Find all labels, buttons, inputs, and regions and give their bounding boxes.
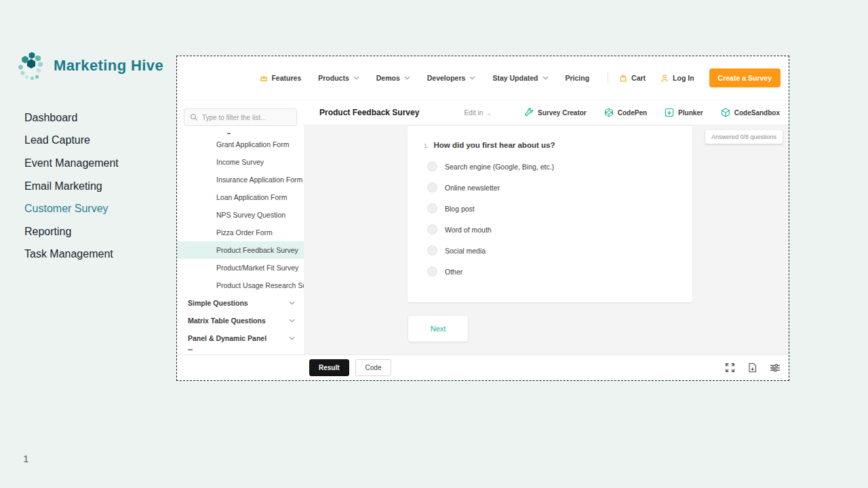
result-tab-button[interactable]: Result [309, 359, 349, 376]
question-panel: 1. How did you first hear about us? Sear… [408, 126, 692, 302]
list-item-nps-survey-question[interactable]: NPS Survey Question [177, 206, 304, 224]
list-item-product-usage-research-survey[interactable]: Product Usage Research Survey [177, 277, 304, 294]
next-button[interactable]: Next [408, 316, 468, 342]
list-item-loan-application-form[interactable]: Loan Application Form [177, 188, 304, 206]
radio-option-online-newsletter[interactable]: Online newsletter [427, 177, 676, 198]
nav-link-features[interactable]: Features [260, 74, 301, 82]
editor-link-label: CodePen [618, 109, 647, 117]
brand-name: Marketing Hive [54, 57, 163, 75]
editor-link-label: Plunker [678, 109, 703, 117]
sidebar-item-reporting[interactable]: Reporting [24, 220, 119, 243]
radio-circle[interactable] [427, 224, 437, 235]
login-button[interactable]: Log In [660, 74, 694, 83]
radio-option-social-media[interactable]: Social media [427, 240, 676, 261]
sidebar-item-email-marketing[interactable]: Email Marketing [24, 175, 119, 198]
nav-link-label: Pricing [566, 74, 590, 82]
editor-link-survey-creator[interactable]: Survey Creator [524, 108, 587, 117]
nav-link-developers[interactable]: Developers [427, 74, 476, 82]
nav-link-label: Demos [376, 74, 400, 82]
code-tab-button[interactable]: Code [355, 359, 392, 376]
radio-option-label: Online newsletter [445, 184, 500, 192]
category-label: Panel & Dynamic Panel [188, 334, 267, 342]
radio-option-blog-post[interactable]: Blog post [427, 198, 676, 219]
filter-input[interactable] [202, 114, 291, 121]
category-matrix-table-questions[interactable]: Matrix Table Questions [177, 312, 304, 329]
nav-link-label: Products [318, 74, 349, 82]
radio-circle[interactable] [427, 266, 437, 277]
radio-circle[interactable] [427, 245, 437, 256]
list-item-income-survey[interactable]: Income Survey [177, 153, 304, 171]
list-item-insurance-application-form[interactable]: Insurance Application Form [177, 171, 304, 188]
sidebar-menu: DashboardLead CaptureEvent ManagementEma… [24, 106, 119, 266]
clipped-list-item-bottom [177, 347, 304, 352]
footer-icons [725, 363, 780, 373]
embed-footer-bar: Result Code [177, 354, 789, 380]
file-export-icon[interactable] [748, 363, 757, 373]
nav-link-label: Developers [427, 74, 466, 82]
nav-link-demos[interactable]: Demos [376, 74, 410, 82]
list-item-grant-application-form[interactable]: Grant Application Form [177, 136, 304, 153]
sidebar-item-task-management[interactable]: Task Management [24, 243, 119, 266]
radio-circle[interactable] [427, 203, 437, 214]
radio-option-label: Social media [445, 247, 486, 255]
chevron-down-icon [469, 76, 475, 80]
radio-option-search-engine-google-bing-etc[interactable]: Search engine (Google, Bing, etc.) [427, 156, 676, 177]
editor-link-label: CodeSandbox [734, 109, 780, 117]
radio-option-other[interactable]: Other [427, 261, 676, 282]
sidebar-item-customer-survey[interactable]: Customer Survey [24, 197, 119, 220]
chevron-down-icon [353, 76, 359, 80]
nav-link-label: Stay Updated [492, 74, 538, 82]
search-icon [190, 113, 198, 121]
radio-circle[interactable] [427, 161, 437, 171]
nav-divider [608, 72, 608, 84]
survey-list: Grant Application FormIncome SurveyInsur… [177, 136, 304, 294]
preview-column: Product Feedback Survey Edit in → Survey… [304, 100, 789, 354]
marketing-hive-logo-icon [18, 52, 47, 80]
filter-box[interactable] [184, 108, 297, 126]
category-list: Simple QuestionsMatrix Table QuestionsPa… [177, 294, 304, 347]
sidebar-item-dashboard[interactable]: Dashboard [24, 106, 119, 129]
editor-link-codepen[interactable]: CodePen [604, 108, 647, 117]
cart-label: Cart [631, 74, 646, 82]
chevron-down-icon [289, 336, 295, 340]
category-panel-dynamic-panel[interactable]: Panel & Dynamic Panel [177, 329, 304, 347]
clipped-list-item-top [177, 126, 304, 136]
brand: Marketing Hive [18, 52, 163, 80]
nav-link-pricing[interactable]: Pricing [566, 74, 590, 82]
category-simple-questions[interactable]: Simple Questions [177, 294, 304, 312]
radio-option-label: Blog post [445, 205, 475, 213]
settings-sliders-icon[interactable] [770, 363, 780, 372]
nav-link-products[interactable]: Products [318, 74, 359, 82]
editor-link-plunker[interactable]: Plunker [665, 108, 703, 117]
wrench-icon [524, 108, 534, 117]
nav-link-stay-updated[interactable]: Stay Updated [492, 74, 548, 82]
codesandbox-icon [721, 108, 730, 117]
radio-circle[interactable] [427, 182, 437, 192]
radio-option-label: Other [445, 268, 462, 276]
cart-button[interactable]: Cart [619, 74, 646, 83]
sidebar-item-event-management[interactable]: Event Management [24, 152, 119, 175]
crown-icon [260, 75, 268, 82]
chevron-down-icon [289, 319, 295, 323]
examples-list-panel: Grant Application FormIncome SurveyInsur… [177, 100, 304, 354]
question-title: 1. How did you first hear about us? [424, 141, 676, 149]
plunker-icon [665, 108, 674, 117]
codepen-icon [604, 108, 614, 117]
radio-option-label: Word of mouth [445, 226, 492, 234]
editor-link-codesandbox[interactable]: CodeSandbox [721, 108, 780, 117]
survey-preview-area: Answered 0/8 questions 1. How did you fi… [304, 125, 789, 354]
survey-header-bar: Product Feedback Survey Edit in → Survey… [304, 100, 789, 125]
embed-main: Grant Application FormIncome SurveyInsur… [177, 100, 789, 354]
editor-link-label: Survey Creator [538, 109, 587, 117]
radio-option-label: Search engine (Google, Bing, etc.) [445, 163, 554, 171]
list-item-pizza-order-form[interactable]: Pizza Order Form [177, 224, 304, 241]
question-number: 1. [424, 142, 429, 149]
create-survey-button[interactable]: Create a Survey [709, 68, 781, 87]
options-list: Search engine (Google, Bing, etc.)Online… [424, 156, 676, 282]
fullscreen-icon[interactable] [725, 363, 735, 373]
sidebar-item-lead-capture[interactable]: Lead Capture [24, 129, 119, 152]
radio-option-word-of-mouth[interactable]: Word of mouth [427, 219, 676, 240]
category-label: Matrix Table Questions [188, 317, 266, 325]
list-item-product-feedback-survey[interactable]: Product Feedback Survey [177, 241, 304, 259]
list-item-product-market-fit-survey[interactable]: Product/Market Fit Survey [177, 259, 304, 277]
